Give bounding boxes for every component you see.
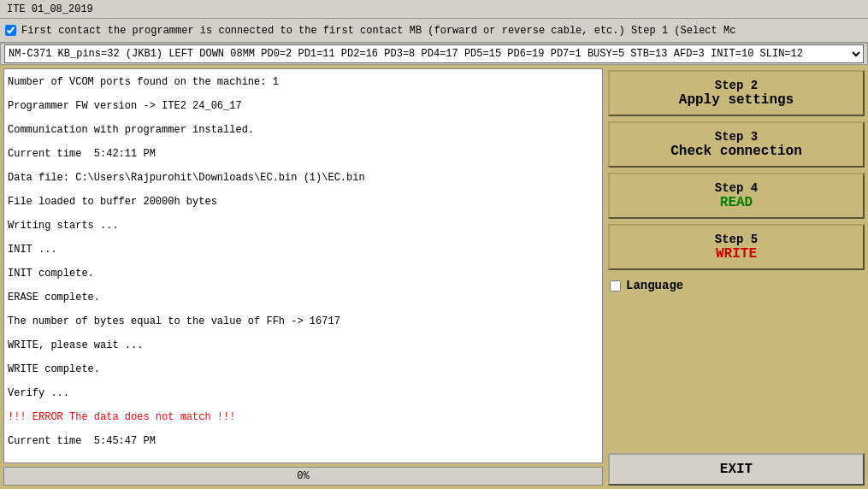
step3-label: Step 3 (618, 130, 854, 144)
language-row: Language (608, 275, 865, 296)
step4-button[interactable]: Step 4 READ (608, 173, 865, 219)
device-dropdown[interactable]: NM-C371 KB_pins=32 (JKB1) LEFT DOWN 08MM… (4, 44, 864, 63)
first-checkbox[interactable] (5, 25, 16, 36)
dropdown-row: NM-C371 KB_pins=32 (JKB1) LEFT DOWN 08MM… (0, 43, 868, 65)
checkbox-row: First contact the programmer is connecte… (0, 19, 868, 43)
language-label: Language (626, 279, 683, 292)
step5-button[interactable]: Step 5 WRITE (608, 224, 865, 270)
progress-container: 0% (3, 467, 603, 486)
step2-button[interactable]: Step 2 Apply settings (608, 70, 865, 116)
progress-label: 0% (297, 470, 309, 482)
step2-sublabel: Apply settings (618, 92, 854, 108)
title-bar: ITE 01_08_2019 (0, 0, 868, 19)
right-panel: Step 2 Apply settings Step 3 Check conne… (608, 68, 865, 486)
step5-label: Step 5 (618, 233, 854, 246)
step2-label: Step 2 (618, 79, 854, 92)
title-text: ITE 01_08_2019 (7, 3, 93, 15)
main-area: Programmer FW version -> ITE2 24_06_17Co… (0, 65, 868, 489)
exit-button[interactable]: EXIT (608, 453, 865, 486)
step5-sublabel: WRITE (618, 246, 854, 262)
left-panel: Programmer FW version -> ITE2 24_06_17Co… (3, 68, 603, 486)
checkbox-label: First contact the programmer is connecte… (21, 25, 735, 37)
language-checkbox[interactable] (610, 280, 621, 292)
log-area[interactable]: Programmer FW version -> ITE2 24_06_17Co… (3, 68, 603, 463)
step3-button[interactable]: Step 3 Check connection (608, 121, 865, 168)
step3-sublabel: Check connection (618, 144, 854, 159)
step4-label: Step 4 (618, 181, 854, 195)
step4-sublabel: READ (618, 195, 854, 210)
